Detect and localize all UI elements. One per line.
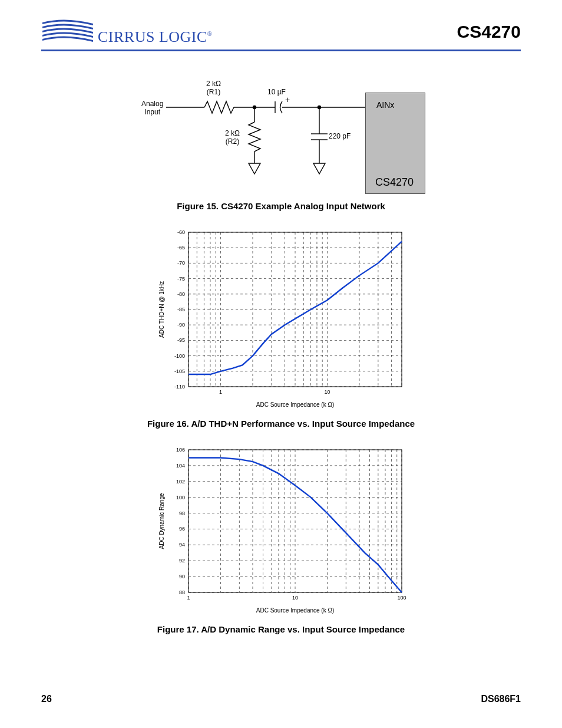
page-footer: 26 DS686F1: [41, 694, 521, 704]
svg-text:96: 96: [179, 526, 185, 532]
svg-text:88: 88: [179, 589, 185, 595]
part-number: CS4270: [457, 22, 521, 42]
label-r2: 2 kΩ (R2): [225, 129, 240, 146]
svg-text:ADC Source Impedance (k Ω): ADC Source Impedance (k Ω): [256, 401, 335, 408]
svg-text:ADC THD+N @ 1kHz: ADC THD+N @ 1kHz: [158, 281, 165, 338]
svg-marker-14: [313, 163, 325, 174]
svg-text:10: 10: [324, 389, 330, 395]
svg-text:106: 106: [176, 447, 185, 453]
figure-15-schematic: Analog Input 2 kΩ (R1) 2 kΩ (R2) 10 µF +…: [137, 75, 425, 193]
figure-16-chart: -110-105-100-95-90-85-80-75-70-65-60110A…: [154, 228, 408, 410]
brand-text: CIRRUS LOGIC®: [98, 28, 213, 46]
svg-text:100: 100: [397, 595, 406, 601]
svg-text:104: 104: [176, 463, 185, 469]
chip-pin-ainx: AINx: [376, 100, 394, 110]
svg-text:92: 92: [179, 558, 185, 564]
svg-text:94: 94: [179, 542, 185, 548]
svg-text:90: 90: [179, 574, 185, 579]
figure-16-caption: Figure 16. A/D THD+N Performance vs. Inp…: [41, 419, 521, 429]
svg-text:ADC Source Impedance (k Ω): ADC Source Impedance (k Ω): [256, 607, 335, 614]
svg-text:1: 1: [219, 389, 222, 395]
svg-text:-95: -95: [177, 337, 185, 343]
svg-text:-105: -105: [174, 368, 185, 374]
figure-15-caption: Figure 15. CS4270 Example Analog Input N…: [41, 201, 521, 211]
svg-text:102: 102: [176, 479, 185, 485]
label-c2: 220 pF: [329, 132, 351, 140]
figure-17-chart: 889092949698100102104106110100ADC Source…: [154, 445, 408, 616]
label-plus: +: [285, 95, 290, 104]
svg-text:-60: -60: [177, 229, 185, 235]
cirrus-logo: CIRRUS LOGIC®: [41, 18, 213, 46]
svg-text:-85: -85: [177, 307, 185, 312]
label-r1: 2 kΩ (R1): [206, 80, 221, 96]
chip-name: CS4270: [375, 176, 414, 189]
svg-text:-110: -110: [174, 384, 185, 390]
logo-swoosh-icon: [41, 18, 94, 46]
svg-text:1: 1: [187, 595, 190, 601]
figure-17-caption: Figure 17. A/D Dynamic Range vs. Input S…: [41, 624, 521, 634]
svg-text:-100: -100: [174, 353, 185, 359]
svg-marker-9: [249, 163, 260, 174]
svg-text:100: 100: [176, 495, 185, 500]
label-analog-input: Analog Input: [141, 100, 163, 116]
svg-text:-75: -75: [177, 276, 185, 282]
svg-text:-80: -80: [177, 291, 185, 297]
svg-text:ADC Dynamic Range: ADC Dynamic Range: [158, 493, 165, 549]
svg-text:98: 98: [179, 510, 185, 516]
page-header: CIRRUS LOGIC® CS4270: [41, 18, 521, 51]
page-number: 26: [41, 694, 52, 704]
svg-text:-70: -70: [177, 260, 185, 266]
doc-number: DS686F1: [481, 694, 521, 704]
svg-text:10: 10: [292, 595, 298, 601]
svg-text:-90: -90: [177, 322, 185, 328]
chip-box: AINx CS4270: [365, 93, 425, 194]
label-c1: 10 µF: [267, 88, 286, 96]
svg-text:-65: -65: [177, 245, 185, 251]
